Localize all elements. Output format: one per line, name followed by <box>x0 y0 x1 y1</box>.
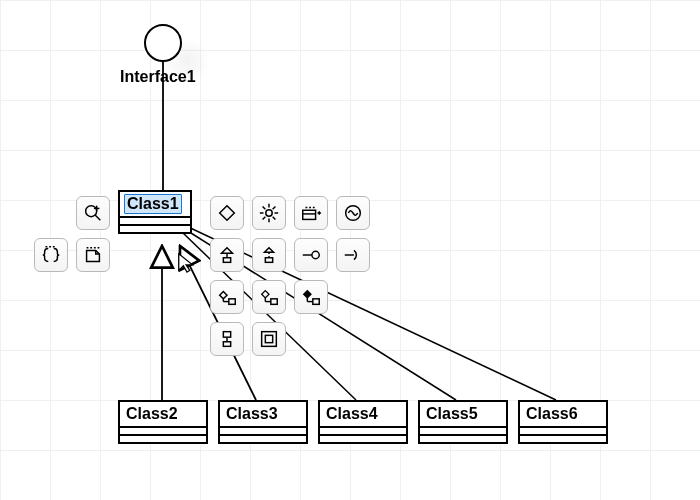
aggregation-button[interactable] <box>252 280 286 314</box>
interface-usage-button[interactable] <box>294 238 328 272</box>
svg-rect-43 <box>223 332 230 338</box>
generalization-button[interactable] <box>210 238 244 272</box>
operation-icon <box>342 202 364 224</box>
braces-icon <box>40 244 62 266</box>
svg-point-32 <box>312 251 319 258</box>
svg-line-20 <box>273 207 276 210</box>
svg-rect-28 <box>223 258 230 263</box>
gear-icon <box>258 202 280 224</box>
class-label: Class6 <box>520 402 606 426</box>
settings-button[interactable] <box>252 196 286 230</box>
interface-node[interactable] <box>144 24 182 62</box>
diamond-icon <box>216 202 238 224</box>
class-node-class5[interactable]: Class5 <box>418 400 508 444</box>
nested-class-button[interactable] <box>252 322 286 356</box>
create-new-shape-button[interactable] <box>76 196 110 230</box>
class-node-class6[interactable]: Class6 <box>518 400 608 444</box>
svg-line-19 <box>263 217 266 220</box>
class-node-class2[interactable]: Class2 <box>118 400 208 444</box>
class-node-class1[interactable]: Class1 <box>118 190 192 234</box>
association-button[interactable] <box>294 280 328 314</box>
class1-name-editor[interactable]: Class1 <box>124 194 182 214</box>
lollipop-open-icon <box>300 244 322 266</box>
svg-rect-30 <box>265 258 272 263</box>
svg-rect-21 <box>303 210 316 219</box>
class-label: Class4 <box>320 402 406 426</box>
interface-label: Interface1 <box>120 68 196 86</box>
svg-rect-45 <box>223 342 230 347</box>
association-icon <box>300 286 322 308</box>
svg-rect-47 <box>265 335 272 342</box>
composition-button[interactable] <box>210 280 244 314</box>
svg-point-12 <box>266 210 272 216</box>
socket-icon <box>342 244 364 266</box>
class-label: Class2 <box>120 402 206 426</box>
template-icon <box>216 328 238 350</box>
composition-icon <box>216 286 238 308</box>
inner-class-button[interactable] <box>34 238 68 272</box>
generalization-icon <box>216 244 238 266</box>
create-note-button[interactable] <box>76 238 110 272</box>
add-operation-button[interactable] <box>336 196 370 230</box>
svg-rect-36 <box>229 299 235 305</box>
realization-icon <box>258 244 280 266</box>
add-attribute-button[interactable] <box>294 196 328 230</box>
nested-icon <box>258 328 280 350</box>
class-node-class3[interactable]: Class3 <box>218 400 308 444</box>
aggregation-icon <box>258 286 280 308</box>
svg-rect-46 <box>262 332 277 347</box>
svg-line-18 <box>273 217 276 220</box>
svg-rect-42 <box>313 299 319 305</box>
note-icon <box>82 244 104 266</box>
realization-button[interactable] <box>252 238 286 272</box>
interface-provision-button[interactable] <box>336 238 370 272</box>
abstract-button[interactable] <box>210 196 244 230</box>
svg-line-7 <box>95 215 101 221</box>
class-label: Class5 <box>420 402 506 426</box>
cursor-icon <box>176 252 198 274</box>
template-binding-button[interactable] <box>210 322 244 356</box>
svg-rect-39 <box>271 299 277 305</box>
class-node-class4[interactable]: Class4 <box>318 400 408 444</box>
magnifier-plus-icon <box>82 202 104 224</box>
svg-line-17 <box>263 207 266 210</box>
attribute-icon <box>300 202 322 224</box>
class-label: Class3 <box>220 402 306 426</box>
